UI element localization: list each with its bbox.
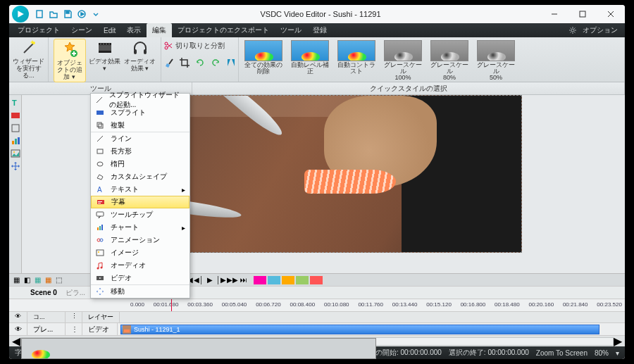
qat-save-icon[interactable] [63, 9, 73, 19]
tl-tab[interactable]: ⬚ [56, 276, 62, 284]
effect-thumb[interactable]: 全ての効果の削除 [242, 40, 285, 75]
svg-rect-6 [580, 11, 585, 17]
track-name[interactable]: プレ... [27, 323, 66, 335]
brush-icon[interactable] [163, 57, 175, 68]
dropdown-item-move[interactable]: 移動 [91, 285, 189, 298]
menu-export[interactable]: プロジェクトのエクスポート [172, 23, 275, 37]
time-ruler[interactable]: 0.00000:01.68000:03.36000:05.04000:06.72… [9, 299, 625, 311]
dropdown-item-line[interactable]: ライン [91, 132, 189, 145]
ruler-tick: 00:23.520 [597, 301, 622, 311]
scene-tab-0[interactable]: Scene 0 [30, 289, 57, 296]
svg-point-45 [97, 162, 103, 166]
tl-eye-icon[interactable]: 👁 [9, 312, 27, 322]
rail-shape-icon[interactable] [11, 123, 20, 133]
effect-thumb[interactable]: グレースケール100% [381, 40, 425, 81]
close-button[interactable] [597, 5, 625, 23]
dropdown-item-tooltip[interactable]: ツールチップ [91, 208, 189, 221]
dropdown-item-video[interactable]: ビデオ [91, 272, 189, 284]
rail-move-icon[interactable] [11, 161, 20, 171]
dropdown-item-ellipse[interactable]: 楕円 [91, 158, 189, 170]
chart-icon [95, 222, 105, 232]
ribbon: ウィザードを実行する... オブジェクトの追加 ▾ ビデオ効果 ▾ オーディオ効… [9, 37, 625, 82]
svg-rect-15 [99, 51, 111, 53]
crop-icon[interactable] [179, 57, 190, 68]
rail-chart-icon[interactable] [11, 136, 20, 146]
rail-image-icon[interactable] [11, 149, 20, 158]
effect-thumb[interactable]: 自動レベル補正 [288, 40, 332, 75]
dropdown-item-rect[interactable]: 長方形 [91, 145, 189, 158]
tl-tab[interactable]: ▦ [13, 276, 20, 284]
add-object-button[interactable]: オブジェクトの追加 ▾ [54, 39, 86, 82]
menu-edit-en[interactable]: Edit [98, 23, 121, 37]
dropdown-item-audio[interactable]: オーディオ [91, 259, 189, 272]
menu-tools[interactable]: ツール [275, 23, 307, 37]
menu-edit[interactable]: 編集 [147, 23, 172, 37]
dropdown-item-shape[interactable]: カスタムシェイプ [91, 170, 189, 183]
dropdown-item-subtitle[interactable]: 字幕 [91, 196, 189, 208]
chevron-down-icon[interactable]: ▾ [616, 349, 619, 357]
dropdown-item-image[interactable]: イメージ [91, 246, 189, 259]
rail-text-icon[interactable]: T [11, 98, 20, 108]
playhead-marker[interactable] [171, 299, 172, 311]
scrollbar-thumb[interactable] [21, 338, 376, 359]
dropdown-item-sprite[interactable]: スプライト [91, 106, 189, 119]
menu-register[interactable]: 登録 [307, 23, 332, 37]
horizontal-scrollbar[interactable]: ◀ ▶ [9, 335, 625, 346]
tl-tab[interactable]: ▦ [35, 276, 41, 284]
submenu-quickstyle[interactable]: クイックスタイルの選択 [192, 82, 625, 94]
menu-view[interactable]: 表示 [121, 23, 147, 37]
zoom-label[interactable]: Zoom To Screen [536, 349, 588, 357]
cut-split-button[interactable]: 切り取りと分割 [163, 40, 237, 51]
dropdown-item-label: ビデオ [111, 273, 132, 283]
tl-col-header: コ... [27, 312, 66, 322]
qat-dropdown-icon[interactable] [91, 9, 101, 19]
svg-rect-16 [100, 44, 101, 44]
minimize-button[interactable] [540, 5, 568, 23]
menu-project[interactable]: プロジェクト [12, 23, 66, 37]
dropdown-item-label: 字幕 [111, 197, 125, 207]
play-icon[interactable]: ▶ [206, 276, 214, 284]
svg-point-22 [165, 42, 168, 45]
effect-thumb[interactable]: 自動コントラスト [335, 40, 378, 75]
track-visibility-icon[interactable]: 👁 [9, 323, 27, 335]
menu-scene[interactable]: シーン [66, 23, 98, 37]
svg-rect-50 [97, 212, 104, 216]
ruler-tick: 00:10.080 [324, 301, 349, 311]
effect-thumb-icon [244, 40, 282, 61]
video-effects-button[interactable]: ビデオ効果 ▾ [89, 39, 121, 73]
rail-subtitle-icon[interactable] [11, 111, 20, 120]
svg-rect-18 [106, 44, 107, 44]
tool-rail: T [9, 95, 22, 273]
options-label[interactable]: オプション [583, 25, 618, 35]
svg-point-57 [98, 251, 99, 253]
tl-tab[interactable]: ◧ [24, 276, 30, 284]
maximize-button[interactable] [568, 5, 597, 23]
dropdown-item-text[interactable]: Aテキスト▸ [91, 183, 189, 196]
step-fwd-icon[interactable]: ▶▶ [228, 276, 237, 284]
effect-thumb[interactable]: グレースケール80% [428, 40, 471, 81]
wizard-button[interactable]: ウィザードを実行する... [13, 39, 45, 80]
audio-effects-button[interactable]: オーディオ効果 ▾ [124, 39, 156, 73]
next-frame-icon[interactable]: │▶ [217, 276, 225, 284]
dropdown-item-copy[interactable]: 複製 [91, 119, 189, 132]
qat-play-icon[interactable] [77, 9, 87, 19]
dropdown-item-label: スプライト [111, 108, 146, 118]
effect-thumb[interactable]: グレースケール50% [474, 40, 518, 81]
track-type: ビデオ [82, 323, 118, 335]
tl-tab[interactable]: ▦ [45, 276, 51, 284]
flip-icon[interactable] [225, 57, 237, 68]
scene-tab-1[interactable]: ピラ... [66, 288, 85, 298]
goto-end-icon[interactable]: ⏭ [240, 276, 248, 284]
dropdown-item-anim[interactable]: アニメーション [91, 234, 189, 246]
rotate-ccw-icon[interactable] [194, 57, 206, 68]
prev-frame-icon[interactable]: ◀│ [194, 276, 203, 284]
effect-thumb-icon [477, 40, 515, 61]
dropdown-item-chart[interactable]: チャート▸ [91, 221, 189, 234]
chevron-right-icon: ▸ [182, 224, 185, 232]
rotate-cw-icon[interactable] [210, 57, 221, 68]
qat-open-icon[interactable] [49, 9, 58, 19]
qat-new-icon[interactable] [35, 9, 44, 19]
gear-icon[interactable] [568, 26, 577, 34]
timeline-clip[interactable]: Sushi - 11291_1 [120, 325, 599, 334]
dropdown-item-wand[interactable]: スプライトウィザードの起動... [91, 94, 189, 106]
